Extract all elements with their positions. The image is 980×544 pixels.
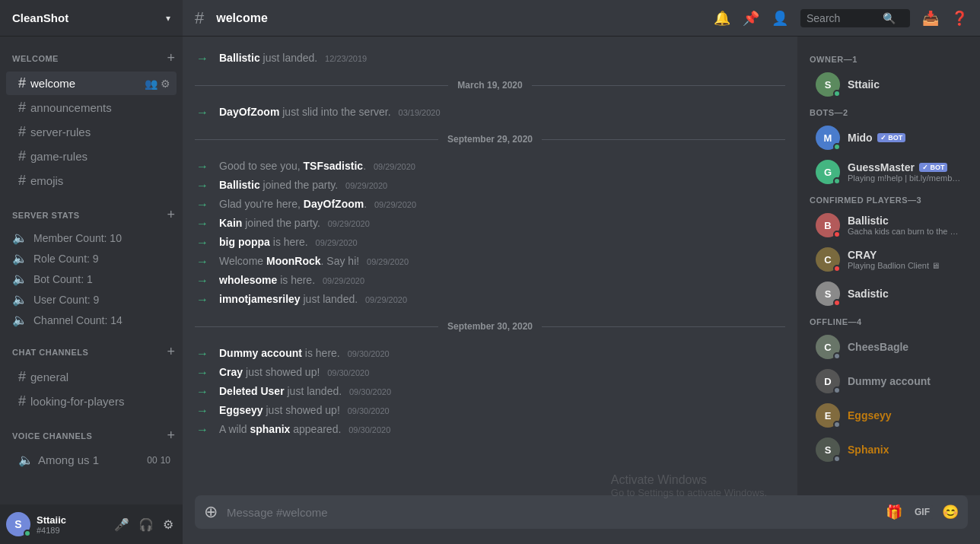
welcome-add-button[interactable]: +	[165, 49, 177, 68]
join-arrow-icon: →	[195, 160, 210, 173]
members-icon[interactable]: 👤	[772, 10, 788, 27]
search-input[interactable]	[807, 12, 883, 24]
chat-channels-add-button[interactable]: +	[165, 342, 177, 361]
member-name: CheesBagle	[848, 341, 908, 353]
members-section-offline: OFFLINE—4	[797, 311, 980, 329]
member-avatar-wrap: D	[816, 369, 840, 393]
member-sphanix[interactable]: S Sphanix	[803, 433, 974, 466]
help-icon[interactable]: ❓	[951, 10, 968, 27]
welcome-section-label: WELCOME	[12, 54, 165, 63]
date-line	[532, 85, 785, 86]
messages-area: → Ballistic just landed. 12/23/2019 Marc…	[183, 37, 797, 495]
message-input-bar: ⊕ 🎁 GIF 😊	[195, 495, 968, 529]
members-icon[interactable]: 👥	[145, 78, 158, 90]
user-bar: S Sttaiic #4189 🎤 🎧 ⚙	[0, 504, 183, 544]
member-name: CRAY	[848, 249, 877, 261]
channel-name: server-rules	[30, 126, 91, 138]
channel-server-rules[interactable]: # server-rules	[6, 120, 177, 144]
attach-button[interactable]: ⊕	[204, 502, 218, 522]
members-section-bots: BOTS—2	[797, 102, 980, 120]
member-info: CheesBagle	[848, 341, 962, 353]
sidebar-content: WELCOME + # welcome 👥 ⚙ # announcements …	[0, 37, 183, 504]
channel-general[interactable]: # general	[6, 365, 177, 389]
member-dummy-account[interactable]: D Dummy account	[803, 364, 974, 398]
stat-label: Bot Count: 1	[33, 273, 93, 285]
pin-icon[interactable]: 📌	[743, 10, 759, 27]
join-arrow-icon: →	[195, 106, 210, 119]
bot-badge: ✓ BOT	[877, 133, 906, 142]
input-actions: 🎁 GIF 😊	[886, 504, 959, 520]
status-indicator	[833, 143, 841, 151]
stat-label: Channel Count: 14	[33, 314, 123, 326]
member-avatar-wrap: C	[816, 335, 840, 359]
message-timestamp: 09/30/2020	[348, 349, 390, 358]
join-arrow-icon: →	[195, 347, 210, 361]
mute-button[interactable]: 🎤	[111, 514, 132, 535]
date-divider: March 19, 2020	[183, 74, 797, 97]
emoji-button[interactable]: 😊	[942, 504, 959, 520]
message-content: imnotjamesriley just landed. 09/29/2020	[219, 291, 407, 307]
message-timestamp: 09/29/2020	[316, 238, 358, 247]
member-info: Ballistic Gacha kids can burn to the gro…	[848, 215, 962, 236]
message-row: → big poppa is here. 09/29/2020	[183, 233, 797, 252]
user-avatar-wrap: S	[6, 512, 30, 536]
server-header[interactable]: CleanShot ▾	[0, 0, 183, 37]
message-username: Cray	[219, 366, 243, 378]
member-mido[interactable]: M Mido ✓ BOT	[803, 121, 974, 154]
message-timestamp: 09/29/2020	[374, 162, 415, 171]
message-input[interactable]	[227, 506, 886, 519]
member-sttaiic[interactable]: S Sttaiic	[803, 68, 974, 101]
channel-header-name: welcome	[216, 11, 708, 25]
gift-button[interactable]: 🎁	[886, 504, 902, 520]
message-content: Glad you're here, DayOfZoom. 09/29/2020	[219, 196, 416, 212]
channel-header: # welcome 🔔 📌 👤 🔍 📥 ❓	[183, 0, 980, 37]
channel-name: emojis	[30, 174, 63, 187]
member-ballistic[interactable]: B Ballistic Gacha kids can burn to the g…	[803, 208, 974, 242]
channel-header-hash-icon: #	[195, 8, 204, 28]
settings-icon[interactable]: ⚙	[161, 78, 170, 90]
message-row: → DayOfZoom just slid into the server. 0…	[183, 103, 797, 122]
message-username: Ballistic	[219, 52, 260, 64]
deafen-button[interactable]: 🎧	[135, 514, 157, 535]
message-timestamp: 09/30/2020	[348, 425, 390, 434]
message-content: A wild sphanix appeared. 09/30/2020	[219, 422, 390, 437]
user-settings-button[interactable]: ⚙	[160, 514, 177, 535]
channel-welcome[interactable]: # welcome 👥 ⚙	[6, 72, 177, 95]
member-eggseyy[interactable]: E Eggseyy	[803, 399, 974, 432]
username: Sttaiic	[37, 514, 111, 526]
voice-among-us[interactable]: 🔈 Among us 1 00 10	[6, 449, 177, 471]
member-guessmaster[interactable]: G GuessMaster ✓ BOT Playing m!help | bit…	[803, 155, 974, 189]
member-name: Sphanix	[848, 444, 889, 456]
chat-channels-label: CHAT CHANNELS	[12, 348, 165, 357]
voice-add-button[interactable]: +	[165, 426, 177, 445]
speaker-icon: 🔈	[12, 272, 27, 286]
header-icons: 🔔 📌 👤 🔍 📥 ❓	[714, 9, 968, 27]
stats-add-button[interactable]: +	[165, 205, 177, 224]
chat-channels-section-header[interactable]: CHAT CHANNELS +	[0, 330, 183, 364]
inbox-icon[interactable]: 📥	[922, 10, 939, 27]
channel-game-rules[interactable]: # game-rules	[6, 145, 177, 168]
message-row: → Dummy account is here. 09/30/2020	[183, 344, 797, 363]
stat-label: User Count: 9	[33, 294, 99, 306]
welcome-section-header[interactable]: WELCOME +	[0, 37, 183, 71]
message-username: MoonRock	[266, 255, 321, 267]
speaker-icon: 🔈	[12, 251, 27, 266]
message-timestamp: 09/29/2020	[323, 276, 364, 285]
message-row: → Kain joined the party. 09/29/2020	[183, 214, 797, 233]
member-avatar-wrap: C	[816, 247, 840, 272]
channel-announcements[interactable]: # announcements	[6, 96, 177, 119]
join-arrow-icon: →	[195, 274, 210, 288]
member-cray[interactable]: C CRAY Playing Badlion Client 🖥	[803, 243, 974, 276]
bell-icon[interactable]: 🔔	[714, 10, 730, 27]
member-cheesbagle[interactable]: C CheesBagle	[803, 330, 974, 364]
member-info: Sttaiic	[848, 78, 962, 91]
gif-button[interactable]: GIF	[912, 505, 933, 519]
channel-emojis[interactable]: # emojis	[6, 169, 177, 192]
voice-channels-section-header[interactable]: VOICE CHANNELS +	[0, 414, 183, 448]
server-stats-section-header[interactable]: SERVER STATS +	[0, 193, 183, 227]
search-bar[interactable]: 🔍	[800, 9, 910, 27]
channel-name: announcements	[30, 101, 112, 114]
channel-looking-for-players[interactable]: # looking-for-players	[6, 390, 177, 413]
message-username: sphanix	[250, 423, 290, 435]
member-sadistic[interactable]: S Sadistic	[803, 277, 974, 310]
